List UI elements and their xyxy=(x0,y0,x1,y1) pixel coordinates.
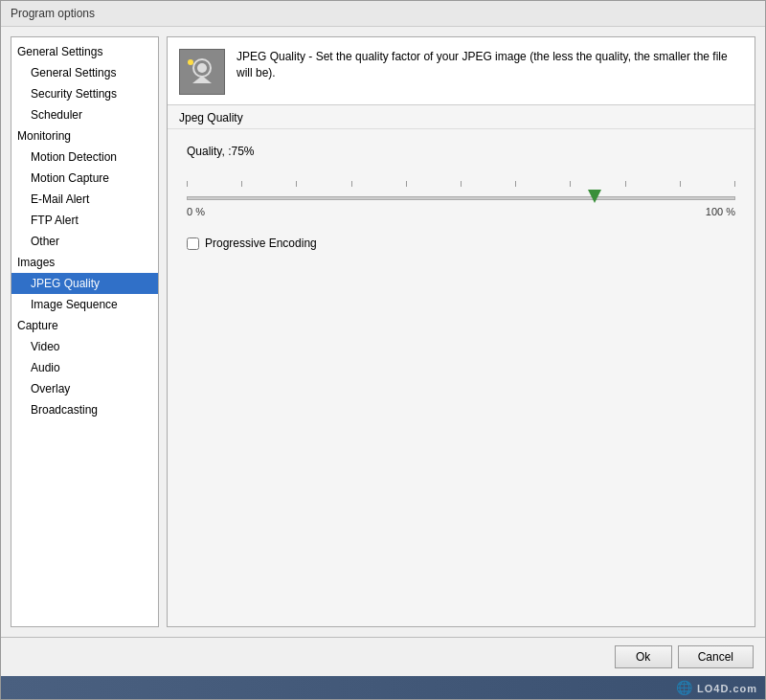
sidebar-item-jpeg-quality[interactable]: JPEG Quality xyxy=(11,273,158,294)
progressive-encoding-label[interactable]: Progressive Encoding xyxy=(205,237,317,250)
content-area: General Settings General Settings Securi… xyxy=(1,27,765,637)
slider-max-label: 100 % xyxy=(706,206,735,217)
quality-label: Quality, :75% xyxy=(187,145,735,158)
status-bar: 🌐 LO4D.com xyxy=(1,676,765,699)
panel-description: JPEG Quality - Set the quality factor of… xyxy=(237,49,743,81)
sidebar-item-broadcasting[interactable]: Broadcasting xyxy=(11,399,158,420)
panel-header: JPEG Quality - Set the quality factor of… xyxy=(168,37,755,105)
title-bar: Program options xyxy=(1,1,765,27)
tick-5 xyxy=(461,181,462,187)
tick-6 xyxy=(515,181,516,187)
sidebar-item-images-category[interactable]: Images xyxy=(11,252,158,273)
panel-icon xyxy=(179,49,225,95)
slider-labels: 0 % 100 % xyxy=(187,206,735,217)
jpeg-icon xyxy=(181,51,223,93)
panel-section-title: Jpeg Quality xyxy=(168,105,755,129)
sidebar-item-image-sequence[interactable]: Image Sequence xyxy=(11,294,158,315)
program-options-window: Program options General Settings General… xyxy=(0,0,766,700)
sidebar-item-overlay[interactable]: Overlay xyxy=(11,378,158,399)
sidebar-item-security-settings[interactable]: Security Settings xyxy=(11,83,158,104)
svg-point-2 xyxy=(197,63,207,73)
sidebar-item-scheduler[interactable]: Scheduler xyxy=(11,104,158,125)
button-bar: Ok Cancel xyxy=(1,637,765,676)
progressive-encoding-row: Progressive Encoding xyxy=(187,237,735,250)
sidebar-item-video[interactable]: Video xyxy=(11,336,158,357)
svg-point-3 xyxy=(188,59,193,65)
progressive-encoding-checkbox[interactable] xyxy=(187,237,199,250)
sidebar-item-general-settings-category[interactable]: General Settings xyxy=(11,41,158,62)
sidebar-item-ftp-alert[interactable]: FTP Alert xyxy=(11,210,158,231)
tick-4 xyxy=(406,181,407,187)
slider-container: 0 % 100 % xyxy=(187,171,735,217)
sidebar-item-audio[interactable]: Audio xyxy=(11,357,158,378)
window-title: Program options xyxy=(11,7,95,20)
slider-ticks xyxy=(187,181,735,187)
sidebar-item-motion-detection[interactable]: Motion Detection xyxy=(11,147,158,168)
sidebar-item-email-alert[interactable]: E-Mail Alert xyxy=(11,189,158,210)
panel-body: Quality, :75% xyxy=(168,129,755,626)
sidebar-item-general-settings[interactable]: General Settings xyxy=(11,62,158,83)
cancel-button[interactable]: Cancel xyxy=(678,645,754,668)
quality-slider[interactable] xyxy=(187,196,735,200)
right-panel: JPEG Quality - Set the quality factor of… xyxy=(167,36,755,627)
tick-8 xyxy=(625,181,626,187)
ok-button[interactable]: Ok xyxy=(615,645,672,668)
tick-2 xyxy=(296,181,297,187)
tick-7 xyxy=(570,181,571,187)
tick-3 xyxy=(351,181,352,187)
slider-min-label: 0 % xyxy=(187,206,205,217)
tick-9 xyxy=(680,181,681,187)
tick-0 xyxy=(187,181,188,187)
sidebar-item-monitoring-category[interactable]: Monitoring xyxy=(11,125,158,147)
sidebar-item-capture-category[interactable]: Capture xyxy=(11,315,158,336)
watermark-text: 🌐 LO4D.com xyxy=(676,680,757,695)
tick-10 xyxy=(734,181,735,187)
tree-panel: General Settings General Settings Securi… xyxy=(11,36,159,627)
sidebar-item-other[interactable]: Other xyxy=(11,231,158,252)
bottom-area: Ok Cancel 🌐 LO4D.com xyxy=(1,637,765,699)
sidebar-item-motion-capture[interactable]: Motion Capture xyxy=(11,168,158,189)
tick-1 xyxy=(241,181,242,187)
